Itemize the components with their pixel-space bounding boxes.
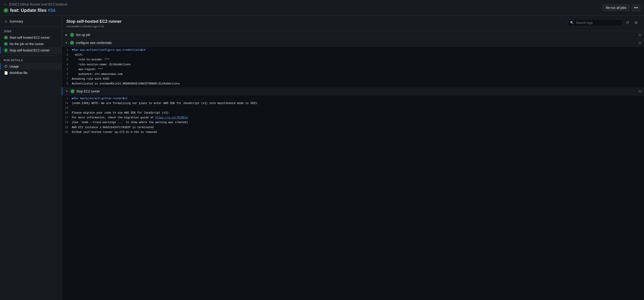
step-row-stop-ec2[interactable]: ▼ ✓ Stop EC2 runner 1s [62,87,644,95]
refresh-button[interactable]: ↺ [624,19,631,26]
log-line: 19 AWS EC2 instance i-0eb2cb4247c70303f … [62,125,644,130]
file-icon: 📄 [4,71,8,75]
settings-button[interactable]: ⚙ [633,19,640,26]
sidebar-item-do-job[interactable]: ✓ Do the job on the runner [0,41,62,47]
rerun-all-jobs-button[interactable]: Re-run all jobs [602,4,630,11]
status-icon-success: ✓ [4,8,8,13]
back-icon[interactable]: ← [4,2,7,6]
main-content: Stop self-hosted EC2 runner succeeded 2 … [62,16,644,300]
page-title: feat: Update files #34 [10,8,56,13]
step-duration-aws: 1s [638,41,641,44]
step-duration-stop-ec2: 1s [638,90,641,93]
sidebar-item-workflow-file[interactable]: 📄 Workflow file [0,70,62,76]
check-icon-stop-runner: ✓ [4,49,8,52]
log-line: 14 (node:1489) NOTE: We are formalizing … [62,101,644,106]
log-line: 17 For more information, check the migra… [62,115,644,120]
step-duration-setup: 1s [638,33,641,36]
clock-icon: ⏱ [4,65,8,68]
log-line: 6 audience: sts.amazonaws.com [62,72,644,77]
log-line: 18 (Use `node --trace-warnings ...` to s… [62,120,644,125]
jobs-section-label: Jobs [0,29,62,34]
log-line: 20 GitHub self-hosted runner ip-172-31-4… [62,130,644,135]
sidebar: ⌂ Summary Jobs ✓ Start self-hosted EC2 r… [0,16,62,300]
workflow-file-label: Workflow file [10,71,28,75]
log-line: 5 aws-region: *** [62,67,644,72]
log-line: 1 ▶Run machulav/ec2-github-runner@v2 [62,96,644,101]
sidebar-item-summary[interactable]: ⌂ Summary [0,18,62,25]
step-row-setup-job[interactable]: ▶ ✓ Set up job 1s [62,31,644,39]
step-name-stop-ec2: Stop EC2 runner [76,89,636,93]
sidebar-divider-1 [4,26,58,27]
job-header: Stop self-hosted EC2 runner succeeded 2 … [62,16,644,31]
check-icon-start: ✓ [4,36,8,39]
more-options-button[interactable]: ••• [632,4,640,11]
do-job-label: Do the job on the runner [10,42,44,46]
sidebar-item-usage[interactable]: ⏱ Usage [0,63,62,70]
search-logs-container: 🔍 [568,19,622,26]
breadcrumb: [OIDC] Github Runner over EC2 Instance [9,3,68,6]
header-actions: Re-run all jobs ••• [602,4,640,11]
step-status-aws: ✓ [70,41,74,45]
home-icon: ⌂ [4,20,8,23]
run-details-label: Run details [0,57,62,63]
sidebar-divider-2 [4,55,58,56]
log-area: ▶ ✓ Set up job 1s ▼ ✓ configure aws cred… [62,31,644,136]
job-header-actions: 🔍 ↺ ⚙ [568,19,640,26]
page-title-text: feat: Update files [10,8,46,13]
step-name-setup: Set up job [76,33,636,37]
main-layout: ⌂ Summary Jobs ✓ Start self-hosted EC2 r… [0,16,644,300]
chevron-down-icon-aws: ▼ [64,41,68,44]
sidebar-item-stop-runner[interactable]: ✓ Stop self-hosted EC2 runner [0,47,62,54]
sidebar-run-details-section: Run details ⏱ Usage 📄 Workflow file [0,57,62,76]
log-line: 2 with: [62,53,644,57]
log-line: 16 Please migrate your code to use AWS S… [62,111,644,115]
job-header-left: Stop self-hosted EC2 runner succeeded 2 … [66,19,122,28]
log-line: 7 Assuming role with OIDC [62,77,644,81]
sidebar-jobs-section: Jobs ✓ Start self-hosted EC2 runner ✓ Do… [0,29,62,54]
log-line: 8 Authenticated as assumedRoleId AROA6OD… [62,81,644,86]
step-row-configure-aws[interactable]: ▼ ✓ configure aws credentials 1s [62,39,644,47]
log-line: 1 ▼Run aws-actions/configure-aws-credent… [62,48,644,53]
search-logs-input[interactable] [568,19,622,26]
log-content-aws: 1 ▼Run aws-actions/configure-aws-credent… [62,47,644,87]
check-icon-do-job: ✓ [4,42,8,46]
job-title: Stop self-hosted EC2 runner [66,19,122,24]
log-line: 15 [62,106,644,111]
start-runner-label: Start self-hosted EC2 runner [10,36,50,39]
usage-label: Usage [10,65,19,68]
chevron-down-icon-stop: ▼ [65,90,69,93]
stop-runner-label: Stop self-hosted EC2 runner [10,49,50,52]
sidebar-item-start-runner[interactable]: ✓ Start self-hosted EC2 runner [0,34,62,41]
header-left: ← [OIDC] Github Runner over EC2 Instance… [4,2,68,13]
step-name-aws: configure aws credentials [76,41,636,45]
summary-label: Summary [10,20,23,23]
log-line: 4 role-session-name: GitHubActions [62,62,644,67]
log-line: 3 role-to-assume: *** [62,57,644,62]
log-content-stop-ec2: 1 ▶Run machulav/ec2-github-runner@v2 14 … [62,95,644,136]
step-status-stop-ec2: ✓ [70,89,74,93]
top-header: ← [OIDC] Github Runner over EC2 Instance… [0,0,644,16]
step-status-setup: ✓ [70,33,74,37]
sidebar-summary-section: ⌂ Summary [0,18,62,25]
chevron-right-icon: ▶ [64,33,68,36]
pr-number: #34 [48,8,56,13]
job-subtitle: succeeded 2 minutes ago in 5s [66,25,122,28]
migration-guide-link[interactable]: https://a.co/7PzMCcy [155,116,188,119]
